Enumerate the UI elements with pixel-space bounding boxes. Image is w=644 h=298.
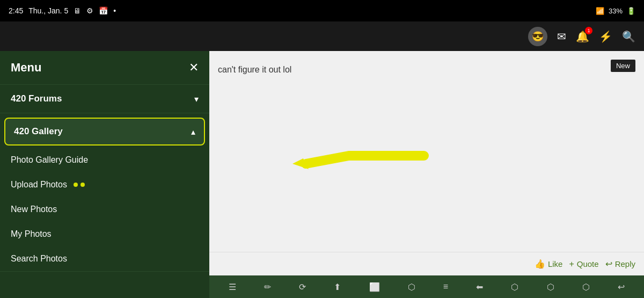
gallery-section-box: 420 Gallery ▴ xyxy=(4,118,205,146)
gallery-label: 420 Gallery xyxy=(14,126,63,137)
dot-2 xyxy=(80,183,85,187)
settings-icon: ⚙ xyxy=(86,6,93,15)
main-layout: Menu ✕ 420 Forums ▾ 420 Gallery ▴ Photo … xyxy=(0,51,644,298)
gallery-chevron-icon: ▴ xyxy=(191,127,195,137)
toolbar-icon-7[interactable]: ≡ xyxy=(443,282,448,292)
sidebar: Menu ✕ 420 Forums ▾ 420 Gallery ▴ Photo … xyxy=(0,51,209,298)
sidebar-item-my-photos[interactable]: My Photos xyxy=(0,222,209,246)
avatar[interactable]: 😎 xyxy=(528,27,547,46)
like-button[interactable]: 👍 Like xyxy=(535,259,563,269)
sidebar-header: Menu ✕ xyxy=(0,51,209,85)
new-photos-label: New Photos xyxy=(11,205,57,214)
search-photos-label: Search Photos xyxy=(11,254,67,264)
new-badge: New xyxy=(611,60,635,72)
toolbar-icon-3[interactable]: ⟳ xyxy=(299,282,306,292)
forums-chevron-icon: ▾ xyxy=(194,94,199,104)
wifi-icon: 📶 xyxy=(596,7,604,15)
post-content: New can't figure it out lol xyxy=(209,51,644,85)
toolbar-icon-10[interactable]: ⬡ xyxy=(547,282,554,292)
sidebar-item-search-photos[interactable]: Search Photos xyxy=(0,246,209,271)
mail-icon[interactable]: ✉ xyxy=(557,30,566,43)
reply-label: Reply xyxy=(615,259,635,268)
display-icon: 🖥 xyxy=(74,6,81,15)
status-bar: 2:45 Thu., Jan. 5 🖥 ⚙ 📅 • 📶 33% 🔋 xyxy=(0,0,644,21)
forums-section: 420 Forums ▾ xyxy=(0,85,209,113)
post-text: can't figure it out lol xyxy=(218,65,635,75)
upload-label: Upload Photos xyxy=(11,180,67,190)
battery-text: 33% xyxy=(609,7,623,15)
upload-dots xyxy=(74,183,85,187)
like-icon: 👍 xyxy=(535,259,545,269)
post-area: New can't figure it out lol 👍 Like + Quo… xyxy=(209,51,644,298)
forums-label: 420 Forums xyxy=(11,93,62,104)
date: Thu., Jan. 5 xyxy=(28,6,68,15)
content-area: New can't figure it out lol 👍 Like + Quo… xyxy=(209,51,644,298)
toolbar-icon-12[interactable]: ↩ xyxy=(618,282,625,292)
battery-icon: 🔋 xyxy=(627,7,635,15)
quote-icon: + xyxy=(569,259,574,269)
toolbar-icon-1[interactable]: ☰ xyxy=(229,282,236,292)
sidebar-item-upload[interactable]: Upload Photos xyxy=(0,172,209,197)
sidebar-item-guide[interactable]: Photo Gallery Guide xyxy=(0,148,209,172)
nav-bar: 😎 ✉ 🔔 1 ⚡ 🔍 xyxy=(0,21,644,51)
dot-1 xyxy=(74,183,78,187)
quote-button[interactable]: + Quote xyxy=(569,259,598,269)
toolbar-icon-6[interactable]: ⬡ xyxy=(408,282,415,292)
guide-label: Photo Gallery Guide xyxy=(11,155,88,165)
status-left: 2:45 Thu., Jan. 5 🖥 ⚙ 📅 • xyxy=(9,6,116,15)
gallery-section: 420 Gallery ▴ Photo Gallery Guide Upload… xyxy=(0,118,209,272)
toolbar-icon-5[interactable]: ⬜ xyxy=(369,282,380,292)
toolbar-icon-9[interactable]: ⬡ xyxy=(511,282,518,292)
toolbar-icon-8[interactable]: ⬅ xyxy=(476,282,483,292)
lightning-icon[interactable]: ⚡ xyxy=(599,30,612,43)
notification-badge: 1 xyxy=(585,27,592,34)
forums-section-header[interactable]: 420 Forums ▾ xyxy=(0,85,209,113)
sidebar-close-button[interactable]: ✕ xyxy=(189,61,199,75)
bottom-toolbar: ☰ ✏ ⟳ ⬆ ⬜ ⬡ ≡ ⬅ ⬡ ⬡ ⬡ ↩ xyxy=(209,275,644,298)
reply-button[interactable]: ↩ Reply xyxy=(605,259,635,269)
time: 2:45 xyxy=(9,6,23,15)
toolbar-icon-2[interactable]: ✏ xyxy=(264,282,271,292)
quote-label: Quote xyxy=(577,259,599,268)
reply-icon: ↩ xyxy=(605,259,612,269)
my-photos-label: My Photos xyxy=(11,229,52,239)
post-actions: 👍 Like + Quote ↩ Reply xyxy=(209,252,644,275)
like-label: Like xyxy=(548,259,563,268)
sidebar-title: Menu xyxy=(11,61,41,75)
status-right: 📶 33% 🔋 xyxy=(596,7,635,15)
spacer xyxy=(209,85,644,252)
notification-bell-icon[interactable]: 🔔 1 xyxy=(576,30,589,43)
search-icon[interactable]: 🔍 xyxy=(622,30,635,43)
toolbar-icon-11[interactable]: ⬡ xyxy=(582,282,590,292)
calendar-icon: 📅 xyxy=(99,6,108,15)
toolbar-icon-4[interactable]: ⬆ xyxy=(334,282,341,292)
gallery-section-header[interactable]: 420 Gallery ▴ xyxy=(5,119,204,144)
sidebar-item-new-photos[interactable]: New Photos xyxy=(0,197,209,222)
dot-indicator: • xyxy=(113,6,116,15)
